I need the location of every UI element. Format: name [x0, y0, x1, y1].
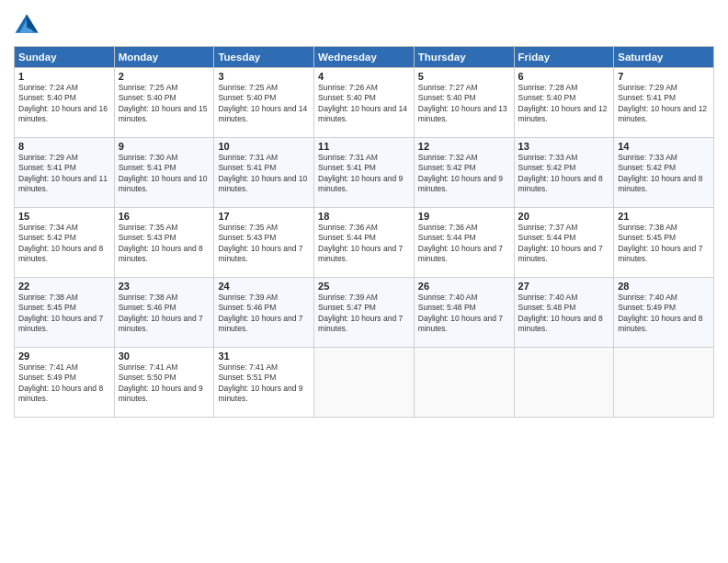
calendar-week-5: 29Sunrise: 7:41 AMSunset: 5:49 PMDayligh… [15, 348, 714, 418]
cell-info: Sunrise: 7:41 AMSunset: 5:51 PMDaylight:… [218, 362, 310, 405]
day-number: 8 [18, 141, 110, 152]
col-header-friday: Friday [514, 47, 614, 68]
cell-info: Sunrise: 7:36 AMSunset: 5:44 PMDaylight:… [318, 223, 410, 265]
day-number: 9 [119, 141, 210, 152]
calendar-cell: 28Sunrise: 7:40 AMSunset: 5:49 PMDayligh… [614, 278, 714, 348]
day-number: 7 [618, 71, 710, 82]
calendar-cell: 26Sunrise: 7:40 AMSunset: 5:48 PMDayligh… [414, 278, 514, 348]
day-number: 4 [318, 71, 410, 82]
day-number: 21 [618, 211, 710, 222]
cell-info: Sunrise: 7:28 AMSunset: 5:40 PMDaylight:… [518, 83, 610, 125]
day-number: 24 [218, 281, 310, 292]
cell-info: Sunrise: 7:29 AMSunset: 5:41 PMDaylight:… [618, 83, 710, 125]
calendar-week-3: 15Sunrise: 7:34 AMSunset: 5:42 PMDayligh… [15, 208, 714, 278]
col-header-thursday: Thursday [414, 47, 514, 68]
cell-info: Sunrise: 7:41 AMSunset: 5:50 PMDaylight:… [119, 362, 210, 405]
day-number: 12 [418, 141, 510, 152]
cell-info: Sunrise: 7:25 AMSunset: 5:40 PMDaylight:… [218, 83, 310, 125]
cell-info: Sunrise: 7:33 AMSunset: 5:42 PMDaylight:… [618, 153, 710, 195]
calendar-cell: 31Sunrise: 7:41 AMSunset: 5:51 PMDayligh… [214, 348, 314, 418]
day-number: 23 [119, 281, 210, 292]
calendar-cell: 8Sunrise: 7:29 AMSunset: 5:41 PMDaylight… [15, 138, 115, 208]
calendar-week-2: 8Sunrise: 7:29 AMSunset: 5:41 PMDaylight… [15, 138, 714, 208]
day-number: 28 [618, 281, 710, 292]
calendar-cell: 19Sunrise: 7:36 AMSunset: 5:44 PMDayligh… [414, 208, 514, 278]
calendar-cell [414, 348, 514, 418]
cell-info: Sunrise: 7:33 AMSunset: 5:42 PMDaylight:… [518, 153, 610, 195]
day-number: 10 [218, 141, 310, 152]
day-number: 25 [318, 281, 410, 292]
cell-info: Sunrise: 7:32 AMSunset: 5:42 PMDaylight:… [418, 153, 510, 195]
day-number: 13 [518, 141, 610, 152]
cell-info: Sunrise: 7:29 AMSunset: 5:41 PMDaylight:… [18, 153, 110, 195]
cell-info: Sunrise: 7:38 AMSunset: 5:45 PMDaylight:… [618, 223, 710, 265]
cell-info: Sunrise: 7:39 AMSunset: 5:46 PMDaylight:… [218, 293, 310, 335]
cell-info: Sunrise: 7:39 AMSunset: 5:47 PMDaylight:… [318, 293, 410, 335]
calendar-cell: 3Sunrise: 7:25 AMSunset: 5:40 PMDaylight… [214, 68, 314, 138]
calendar-cell: 30Sunrise: 7:41 AMSunset: 5:50 PMDayligh… [114, 348, 214, 418]
calendar-cell [514, 348, 614, 418]
day-number: 15 [18, 211, 110, 222]
cell-info: Sunrise: 7:24 AMSunset: 5:40 PMDaylight:… [18, 83, 110, 125]
day-number: 3 [218, 71, 310, 82]
calendar-cell: 10Sunrise: 7:31 AMSunset: 5:41 PMDayligh… [214, 138, 314, 208]
cell-info: Sunrise: 7:31 AMSunset: 5:41 PMDaylight:… [318, 153, 410, 195]
day-number: 14 [618, 141, 710, 152]
cell-info: Sunrise: 7:35 AMSunset: 5:43 PMDaylight:… [218, 223, 310, 265]
calendar-cell: 11Sunrise: 7:31 AMSunset: 5:41 PMDayligh… [314, 138, 415, 208]
calendar-cell: 12Sunrise: 7:32 AMSunset: 5:42 PMDayligh… [414, 138, 514, 208]
calendar-cell: 5Sunrise: 7:27 AMSunset: 5:40 PMDaylight… [414, 68, 514, 138]
calendar-cell [614, 348, 714, 418]
day-number: 6 [518, 71, 610, 82]
calendar-cell: 1Sunrise: 7:24 AMSunset: 5:40 PMDaylight… [15, 68, 115, 138]
logo-icon [14, 13, 40, 39]
day-number: 1 [18, 71, 110, 82]
col-header-wednesday: Wednesday [314, 47, 415, 68]
cell-info: Sunrise: 7:38 AMSunset: 5:46 PMDaylight:… [119, 293, 210, 335]
calendar-table: SundayMondayTuesdayWednesdayThursdayFrid… [14, 46, 714, 418]
calendar-cell: 27Sunrise: 7:40 AMSunset: 5:48 PMDayligh… [514, 278, 614, 348]
cell-info: Sunrise: 7:36 AMSunset: 5:44 PMDaylight:… [418, 223, 510, 265]
cell-info: Sunrise: 7:26 AMSunset: 5:40 PMDaylight:… [318, 83, 410, 125]
col-header-tuesday: Tuesday [214, 47, 314, 68]
calendar-cell: 20Sunrise: 7:37 AMSunset: 5:44 PMDayligh… [514, 208, 614, 278]
cell-info: Sunrise: 7:25 AMSunset: 5:40 PMDaylight:… [119, 83, 210, 125]
calendar-cell: 2Sunrise: 7:25 AMSunset: 5:40 PMDaylight… [114, 68, 214, 138]
calendar-cell: 15Sunrise: 7:34 AMSunset: 5:42 PMDayligh… [15, 208, 115, 278]
day-number: 30 [119, 350, 210, 362]
logo [14, 13, 43, 39]
col-header-sunday: Sunday [15, 47, 115, 68]
calendar-cell: 17Sunrise: 7:35 AMSunset: 5:43 PMDayligh… [214, 208, 314, 278]
calendar-cell [314, 348, 415, 418]
cell-info: Sunrise: 7:40 AMSunset: 5:49 PMDaylight:… [618, 293, 710, 335]
cell-info: Sunrise: 7:35 AMSunset: 5:43 PMDaylight:… [119, 223, 210, 265]
calendar-cell: 9Sunrise: 7:30 AMSunset: 5:41 PMDaylight… [114, 138, 214, 208]
day-number: 16 [119, 211, 210, 222]
calendar-cell: 13Sunrise: 7:33 AMSunset: 5:42 PMDayligh… [514, 138, 614, 208]
col-header-saturday: Saturday [614, 47, 714, 68]
cell-info: Sunrise: 7:27 AMSunset: 5:40 PMDaylight:… [418, 83, 510, 125]
cell-info: Sunrise: 7:30 AMSunset: 5:41 PMDaylight:… [119, 153, 210, 195]
day-number: 18 [318, 211, 410, 222]
calendar-cell: 25Sunrise: 7:39 AMSunset: 5:47 PMDayligh… [314, 278, 415, 348]
cell-info: Sunrise: 7:31 AMSunset: 5:41 PMDaylight:… [218, 153, 310, 195]
day-number: 17 [218, 211, 310, 222]
day-number: 31 [218, 350, 310, 362]
calendar-cell: 21Sunrise: 7:38 AMSunset: 5:45 PMDayligh… [614, 208, 714, 278]
calendar-cell: 23Sunrise: 7:38 AMSunset: 5:46 PMDayligh… [114, 278, 214, 348]
calendar-cell: 24Sunrise: 7:39 AMSunset: 5:46 PMDayligh… [214, 278, 314, 348]
header-row: SundayMondayTuesdayWednesdayThursdayFrid… [15, 47, 714, 68]
cell-info: Sunrise: 7:37 AMSunset: 5:44 PMDaylight:… [518, 223, 610, 265]
cell-info: Sunrise: 7:40 AMSunset: 5:48 PMDaylight:… [518, 293, 610, 335]
day-number: 26 [418, 281, 510, 292]
main-container: SundayMondayTuesdayWednesdayThursdayFrid… [0, 0, 728, 427]
day-number: 20 [518, 211, 610, 222]
cell-info: Sunrise: 7:41 AMSunset: 5:49 PMDaylight:… [18, 362, 110, 405]
header [14, 9, 714, 39]
calendar-week-1: 1Sunrise: 7:24 AMSunset: 5:40 PMDaylight… [15, 68, 714, 138]
day-number: 19 [418, 211, 510, 222]
day-number: 22 [18, 281, 110, 292]
day-number: 29 [18, 350, 110, 362]
calendar-cell: 29Sunrise: 7:41 AMSunset: 5:49 PMDayligh… [15, 348, 115, 418]
calendar-cell: 14Sunrise: 7:33 AMSunset: 5:42 PMDayligh… [614, 138, 714, 208]
